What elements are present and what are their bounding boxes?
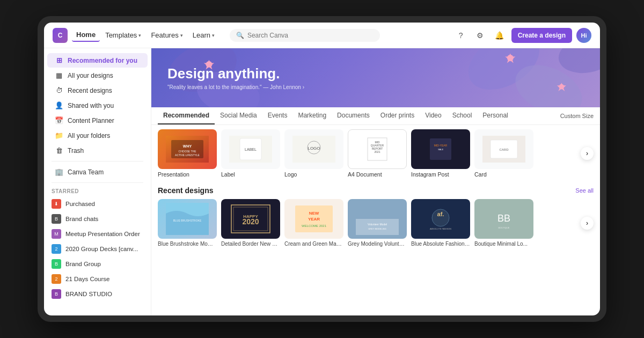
starred-item-21days[interactable]: 2 21 Days Course [44, 271, 151, 286]
tab-personal[interactable]: Personal [477, 107, 513, 124]
svg-point-4 [555, 48, 600, 77]
template-card-a4[interactable]: MID QUARTER REPORT 2021 A4 Document [348, 129, 407, 178]
trash-icon: 🗑 [55, 146, 63, 155]
nav-home[interactable]: Home [72, 28, 100, 42]
svg-rect-48 [356, 219, 399, 235]
presentation-preview: WHY CHOOSE THE ACTIVE LIFESTYLE [166, 136, 209, 163]
template-thumb-presentation: WHY CHOOSE THE ACTIVE LIFESTYLE [158, 129, 217, 169]
starred-item-brand-studio[interactable]: B BRAND STUDIO [44, 286, 151, 302]
template-card-label[interactable]: LABEL Label [221, 129, 280, 178]
tab-events[interactable]: Events [262, 107, 293, 124]
template-card-instagram[interactable]: MID-YEAR SALE Instagram Post [411, 129, 470, 178]
nav-actions: ? ⚙ 🔔 Create a design Hi [453, 28, 591, 43]
nav-features[interactable]: Features▾ [147, 29, 187, 41]
tab-recommended[interactable]: Recommended [158, 107, 215, 124]
hero-title: Design anything. [167, 65, 304, 82]
recent-card-volunteer[interactable]: Volunteer Model GREY MODELING Grey Model… [348, 199, 407, 247]
recent-thumb-boutique: BB BOUTIQUE [474, 199, 533, 239]
svg-text:ABSOLUTE FASHION: ABSOLUTE FASHION [430, 227, 451, 230]
svg-text:WELCOME 2021: WELCOME 2021 [302, 224, 327, 227]
recent-thumb-border: HAPPY 2020 [221, 199, 280, 239]
search-icon: 🔍 [236, 32, 244, 39]
svg-text:SALE: SALE [438, 148, 444, 151]
team-icon: 🏢 [55, 168, 63, 176]
svg-text:YEAR: YEAR [308, 217, 320, 222]
see-all-link[interactable]: See all [575, 187, 594, 194]
canva-logo[interactable]: C [53, 28, 68, 43]
newyear-preview: NEW YEAR WELCOME 2021 [292, 203, 335, 235]
sidebar: ⊞ Recommended for you ▦ All your designs… [44, 48, 151, 315]
sidebar-item-trash[interactable]: 🗑 Trash [47, 143, 148, 158]
svg-text:LOGO: LOGO [308, 146, 320, 151]
sidebar-item-recommended[interactable]: ⊞ Recommended for you [47, 53, 148, 68]
nav-templates[interactable]: Templates▾ [101, 29, 145, 41]
create-design-button[interactable]: Create a design [511, 28, 572, 43]
clock-icon: ⏱ [55, 86, 63, 94]
template-types-section: WHY CHOOSE THE ACTIVE LIFESTYLE Presenta… [151, 125, 600, 182]
recent-thumb-brushstroke: BLUE BRUSHSTROKE [158, 199, 217, 239]
recent-scroll-right[interactable]: › [581, 217, 594, 230]
template-card-card[interactable]: CARD Card [474, 129, 533, 178]
help-icon[interactable]: ? [453, 28, 469, 43]
starred-thumb-brand-studio: B [52, 289, 61, 299]
recent-card-fashion[interactable]: af. ABSOLUTE FASHION Blue Absolute Fashi… [411, 199, 470, 247]
sidebar-item-recent[interactable]: ⏱ Recent designs [47, 83, 148, 98]
tab-order-prints[interactable]: Order prints [375, 107, 420, 124]
avatar[interactable]: Hi [576, 28, 591, 43]
template-label-presentation: Presentation [158, 171, 217, 178]
svg-marker-10 [557, 83, 566, 91]
templates-grid: WHY CHOOSE THE ACTIVE LIFESTYLE Presenta… [158, 129, 594, 178]
notifications-icon[interactable]: 🔔 [492, 28, 507, 43]
svg-text:BB: BB [497, 213, 510, 224]
tab-school[interactable]: School [447, 107, 478, 124]
recent-label-newyear: Cream and Green Maximal... [284, 241, 343, 247]
starred-item-meetup[interactable]: M Meetup Presentation Order [44, 226, 151, 241]
hero-subtitle[interactable]: "Reality leaves a lot to the imagination… [167, 84, 304, 90]
sidebar-item-planner[interactable]: 📅 Content Planner [47, 113, 148, 128]
sidebar-divider-2 [52, 182, 143, 183]
sidebar-item-folders[interactable]: 📁 All your folders [47, 128, 148, 143]
recent-designs-header: Recent designs See all [158, 186, 594, 195]
recent-card-border[interactable]: HAPPY 2020 Detailed Border New Year ... [221, 199, 280, 247]
recent-label-volunteer: Grey Modeling Volunteer F... [348, 241, 407, 247]
recent-label-boutique: Boutique Minimal Lo... [474, 241, 533, 247]
template-label-logo: Logo [284, 171, 343, 178]
starred-item-2020group[interactable]: 2 2020 Group Decks [canv... [44, 241, 151, 256]
volunteer-preview: Volunteer Model GREY MODELING [356, 203, 399, 235]
svg-point-3 [508, 55, 590, 107]
nav-learn[interactable]: Learn▾ [188, 29, 219, 41]
svg-text:CARD: CARD [499, 148, 509, 151]
tab-marketing[interactable]: Marketing [292, 107, 332, 124]
svg-text:GREY MODELING: GREY MODELING [368, 227, 386, 230]
recent-thumb-volunteer: Volunteer Model GREY MODELING [348, 199, 407, 239]
screen: C Home Templates▾ Features▾ Learn▾ 🔍 ? [44, 23, 600, 315]
tab-social-media[interactable]: Social Media [215, 107, 262, 124]
starred-item-brand-chats[interactable]: B Brand chats [44, 211, 151, 226]
template-thumb-logo: LOGO [284, 129, 343, 169]
svg-text:MID-YEAR: MID-YEAR [434, 144, 448, 147]
sidebar-item-shared[interactable]: 👤 Shared with you [47, 98, 148, 113]
starred-thumb-brand-group: B [52, 259, 61, 269]
custom-size-button[interactable]: Custom Size [560, 108, 594, 123]
nav-links: Home Templates▾ Features▾ Learn▾ [72, 28, 219, 42]
sidebar-item-canva-team[interactable]: 🏢 Canva Team [47, 165, 148, 179]
starred-item-brand-group[interactable]: B Brand Group [44, 256, 151, 271]
sidebar-item-all-designs[interactable]: ▦ All your designs [47, 68, 148, 83]
svg-text:WHY: WHY [183, 144, 192, 148]
tab-video[interactable]: Video [420, 107, 447, 124]
recent-card-newyear[interactable]: NEW YEAR WELCOME 2021 Cream and Green Ma… [284, 199, 343, 247]
search-input[interactable] [247, 32, 374, 39]
settings-icon[interactable]: ⚙ [473, 28, 488, 43]
tab-documents[interactable]: Documents [332, 107, 375, 124]
templates-scroll-right[interactable]: › [581, 147, 594, 160]
svg-text:2021: 2021 [374, 150, 380, 153]
template-thumb-instagram: MID-YEAR SALE [411, 129, 470, 169]
template-card-presentation[interactable]: WHY CHOOSE THE ACTIVE LIFESTYLE Presenta… [158, 129, 217, 178]
card-preview: CARD [482, 136, 525, 163]
template-card-logo[interactable]: LOGO Logo [284, 129, 343, 178]
recent-card-brushstroke[interactable]: BLUE BRUSHSTROKE Blue Brushstroke Moms I… [158, 199, 217, 247]
starred-item-purchased[interactable]: ⬇ Purchased [44, 196, 151, 211]
svg-text:BLUE BRUSHSTROKE: BLUE BRUSHSTROKE [173, 219, 202, 222]
recent-label-fashion: Blue Absolute Fashion eBa... [411, 241, 470, 247]
recent-card-boutique[interactable]: BB BOUTIQUE Boutique Minimal Lo... [474, 199, 533, 247]
